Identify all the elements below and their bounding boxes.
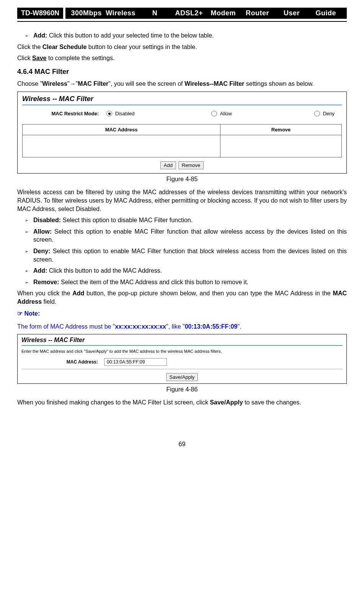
radio-deny[interactable]: Deny: [314, 111, 335, 116]
divider: [21, 369, 343, 369]
guide-title: 300Mbps Wireless N ADSL2+ Modem Router U…: [65, 8, 347, 19]
figure-caption: Figure 4-85: [17, 176, 347, 183]
radio-allow[interactable]: Allow: [211, 111, 232, 116]
paragraph: Wireless access can be filtered by using…: [17, 188, 347, 213]
column-header-remove: Remove: [220, 124, 342, 135]
remove-button[interactable]: Remove: [178, 161, 204, 169]
table-cell-empty: [23, 135, 220, 157]
bullet-list-top: Add: Click this button to add your selec…: [17, 31, 347, 40]
bullet-list-main: Disabled: Select this option to disable …: [17, 216, 347, 286]
paragraph: Click Save to complete the settings.: [17, 54, 347, 62]
paragraph: Click the Clear Schedule button to clear…: [17, 43, 347, 51]
list-item: Add: Click this button to add your selec…: [25, 31, 347, 40]
panel-title: Wireless -- MAC Filter: [22, 95, 342, 103]
mode-label: MAC Restrict Mode:: [22, 111, 106, 116]
screenshot-mac-filter-add: Wireless -- MAC Filter Enter the MAC add…: [17, 334, 347, 384]
radio-icon: [314, 111, 320, 116]
add-button[interactable]: Add: [160, 161, 176, 169]
header-rule: [17, 21, 347, 22]
radio-icon: [106, 111, 112, 116]
figure-caption: Figure 4-86: [17, 386, 347, 393]
list-item: Disabled: Select this option to disable …: [25, 216, 347, 224]
divider: [21, 345, 343, 346]
screenshot-mac-filter-main: Wireless -- MAC Filter MAC Restrict Mode…: [17, 92, 347, 174]
radio-group: MAC Restrict Mode: Disabled Allow Deny: [22, 111, 342, 116]
page-header: TD-W8960N 300Mbps Wireless N ADSL2+ Mode…: [17, 8, 347, 19]
note-heading: ☞ Note:: [17, 310, 347, 317]
list-item: Deny: Select this option to enable MAC F…: [25, 247, 347, 264]
note-body: The form of MAC Address must be "xx:xx:x…: [17, 323, 347, 330]
paragraph: When you finished making changes to the …: [17, 398, 347, 407]
mac-address-label: MAC Address:: [21, 359, 104, 365]
list-item: Allow: Select this option to enable MAC …: [25, 228, 347, 244]
page-number: 69: [17, 441, 347, 448]
panel-description: Enter the MAC address and click "Save/Ap…: [21, 349, 343, 354]
mac-address-input[interactable]: [104, 358, 167, 366]
section-heading: 4.6.4 MAC Filter: [17, 68, 347, 76]
radio-label: Allow: [220, 111, 232, 116]
divider: [22, 105, 342, 105]
list-item: Add: Click this button to add the MAC Ad…: [25, 267, 347, 275]
radio-label: Deny: [323, 111, 335, 116]
radio-disabled[interactable]: Disabled: [106, 111, 135, 116]
radio-label: Disabled: [115, 111, 135, 116]
paragraph: Choose "Wireless"→"MAC Filter", you will…: [17, 80, 347, 88]
list-item: Remove: Select the item of the MAC Addre…: [25, 278, 347, 287]
model-badge: TD-W8960N: [17, 8, 63, 19]
radio-icon: [211, 111, 217, 116]
bullet-label: Add:: [33, 32, 47, 39]
column-header-mac: MAC Address: [23, 124, 220, 135]
panel-title: Wireless -- MAC Filter: [21, 337, 343, 344]
paragraph: When you click the Add button, the pop-u…: [17, 289, 347, 306]
table-cell-empty: [220, 135, 342, 157]
mac-table: MAC Address Remove: [22, 124, 342, 157]
bullet-text: Click this button to add your selected t…: [47, 32, 214, 39]
save-apply-button[interactable]: Save/Apply: [166, 373, 198, 381]
